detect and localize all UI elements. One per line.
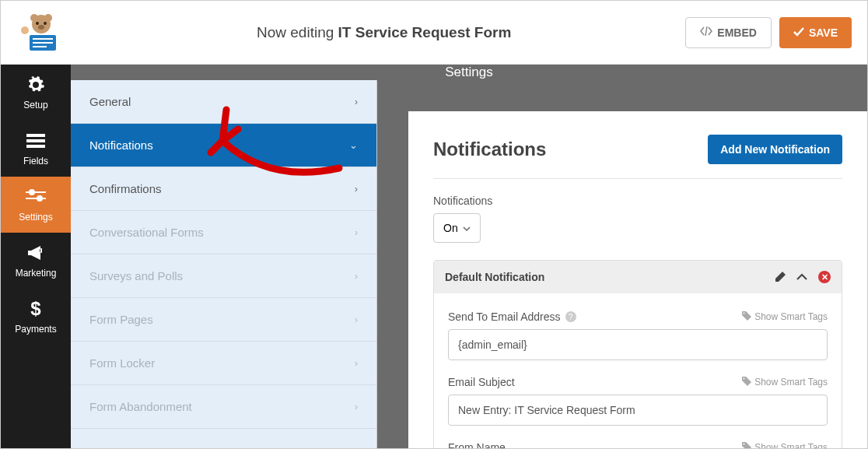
settings-item-surveys[interactable]: Surveys and Polls › — [71, 254, 376, 298]
chevron-right-icon: › — [355, 226, 358, 238]
nav-label: Settings — [19, 212, 52, 223]
check-icon — [793, 26, 804, 39]
sub-header: Settings — [71, 65, 867, 80]
settings-item-confirmations[interactable]: Confirmations › — [71, 167, 376, 211]
sub-body: General › Notifications ⌄ Confirmations … — [71, 80, 867, 449]
card-actions: ✕ — [775, 271, 831, 283]
nav-rail: Setup Fields Settings Marketing $ Paymen… — [1, 65, 71, 449]
svg-point-19 — [744, 312, 745, 314]
svg-text:$: $ — [30, 299, 41, 319]
save-label: SAVE — [809, 26, 838, 39]
sliders-icon — [26, 187, 46, 207]
add-notification-button[interactable]: Add New Notification — [708, 135, 842, 164]
field-label: Send To Email Address ? — [448, 310, 576, 323]
content-area: Notifications Add New Notification Notif… — [377, 80, 867, 449]
title-form-name: IT Service Request Form — [338, 24, 512, 40]
chevron-down-icon: ⌄ — [349, 139, 358, 151]
svg-point-17 — [37, 196, 42, 201]
edit-icon[interactable] — [775, 272, 786, 282]
svg-rect-11 — [26, 134, 45, 137]
settings-item-label: Form Abandonment — [89, 400, 192, 413]
svg-point-3 — [36, 22, 39, 25]
embed-label: EMBED — [717, 26, 757, 39]
svg-point-2 — [44, 14, 52, 22]
svg-point-1 — [30, 14, 38, 22]
collapse-icon[interactable] — [796, 273, 807, 281]
svg-point-10 — [21, 26, 29, 34]
toggle-label: Notifications — [433, 195, 842, 207]
field-row-head: Email Subject Show Smart Tags — [448, 376, 828, 388]
page-title: Now editing IT Service Request Form — [82, 24, 685, 41]
main-area: Setup Fields Settings Marketing $ Paymen… — [1, 65, 867, 449]
nav-item-marketing[interactable]: Marketing — [1, 233, 71, 289]
svg-point-4 — [44, 22, 47, 25]
settings-item-form-pages[interactable]: Form Pages › — [71, 298, 376, 342]
toggle-value: On — [443, 222, 458, 234]
top-bar: Now editing IT Service Request Form EMBE… — [1, 1, 867, 65]
bullhorn-icon — [26, 243, 46, 263]
tag-icon — [742, 311, 751, 323]
settings-item-label: Form Pages — [89, 313, 153, 326]
settings-item-form-locker[interactable]: Form Locker › — [71, 342, 376, 385]
card-head: Default Notification ✕ — [434, 261, 842, 293]
chevron-down-icon — [463, 222, 471, 234]
settings-menu: General › Notifications ⌄ Confirmations … — [71, 80, 377, 449]
field-label-text: Send To Email Address — [448, 310, 561, 323]
smart-tags-label: Show Smart Tags — [754, 311, 828, 322]
code-icon — [700, 26, 712, 39]
nav-item-payments[interactable]: $ Payments — [1, 289, 71, 345]
field-row-head: From Name Show Smart Tags — [448, 441, 828, 449]
settings-item-label: Surveys and Polls — [89, 269, 183, 282]
chevron-right-icon: › — [355, 401, 358, 412]
email-subject-input[interactable] — [448, 395, 828, 426]
title-prefix: Now editing — [257, 24, 338, 40]
smart-tags-label: Show Smart Tags — [754, 377, 828, 388]
settings-item-general[interactable]: General › — [71, 80, 376, 124]
embed-button[interactable]: EMBED — [685, 17, 772, 48]
help-icon[interactable]: ? — [565, 311, 576, 322]
settings-item-conversational[interactable]: Conversational Forms › — [71, 211, 376, 254]
nav-item-setup[interactable]: Setup — [1, 65, 71, 121]
smart-tags-link[interactable]: Show Smart Tags — [742, 442, 828, 450]
notification-card: Default Notification ✕ — [433, 260, 842, 449]
svg-point-21 — [744, 443, 745, 444]
notifications-panel: Notifications Add New Notification Notif… — [408, 111, 867, 449]
settings-item-label: Notifications — [89, 139, 153, 152]
save-button[interactable]: SAVE — [779, 17, 852, 48]
gear-icon — [26, 75, 46, 95]
svg-point-20 — [744, 377, 745, 379]
chevron-right-icon: › — [355, 96, 358, 107]
smart-tags-link[interactable]: Show Smart Tags — [742, 311, 828, 323]
nav-item-fields[interactable]: Fields — [1, 121, 71, 177]
field-row-head: Send To Email Address ? Show Smart Tags — [448, 310, 828, 323]
delete-icon[interactable]: ✕ — [818, 271, 831, 283]
settings-item-label: Confirmations — [89, 182, 162, 195]
notifications-toggle-dropdown[interactable]: On — [433, 213, 481, 243]
list-icon — [26, 131, 46, 151]
settings-item-abandonment[interactable]: Form Abandonment › — [71, 385, 376, 429]
svg-rect-9 — [33, 46, 47, 47]
nav-label: Setup — [23, 100, 47, 110]
card-title: Default Notification — [445, 271, 544, 283]
nav-label: Payments — [15, 324, 56, 335]
svg-rect-8 — [33, 42, 53, 44]
nav-label: Fields — [23, 156, 48, 167]
tag-icon — [742, 442, 751, 450]
svg-point-5 — [38, 25, 44, 30]
svg-point-15 — [30, 190, 34, 195]
chevron-right-icon: › — [355, 183, 358, 195]
app-logo — [16, 11, 67, 54]
smart-tags-link[interactable]: Show Smart Tags — [742, 377, 828, 388]
svg-rect-12 — [26, 139, 45, 142]
settings-item-label: Form Locker — [89, 356, 155, 370]
svg-rect-13 — [26, 145, 45, 148]
dollar-icon: $ — [26, 299, 46, 319]
field-label: From Name — [448, 441, 506, 449]
smart-tags-label: Show Smart Tags — [754, 442, 828, 449]
send-to-email-input[interactable] — [448, 329, 828, 360]
card-body: Send To Email Address ? Show Smart Tags — [434, 293, 842, 449]
sub-area: Settings General › Notifications ⌄ Confi… — [71, 65, 867, 449]
settings-item-notifications[interactable]: Notifications ⌄ — [71, 124, 376, 167]
nav-item-settings[interactable]: Settings — [1, 177, 71, 233]
settings-item-label: General — [89, 95, 131, 108]
